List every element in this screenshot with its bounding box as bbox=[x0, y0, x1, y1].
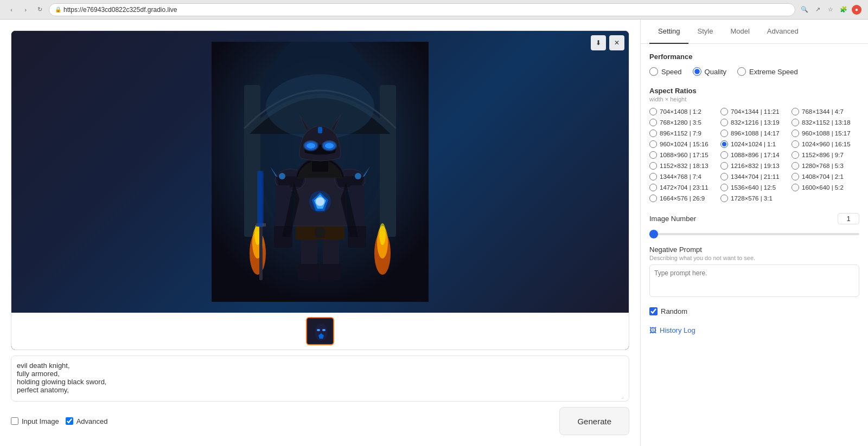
aspect-radio-0[interactable] bbox=[649, 108, 657, 115]
puzzle-icon[interactable]: 🧩 bbox=[839, 5, 848, 15]
prompt-textarea[interactable]: evil death knight, fully armored, holdin… bbox=[11, 356, 629, 399]
aspect-label-20: 1408×704 | 2:1 bbox=[802, 173, 844, 180]
aspect-label-7: 896×1088 | 14:17 bbox=[731, 130, 780, 137]
url-bar[interactable]: 🔒 https://e76943cd0822c325df.gradio.live bbox=[49, 3, 795, 16]
image-thumbnail[interactable] bbox=[306, 317, 334, 345]
aspect-option-0[interactable]: 704×1408 | 1:2 bbox=[649, 108, 717, 115]
aspect-option-13[interactable]: 1088×896 | 17:14 bbox=[720, 151, 788, 159]
aspect-radio-3[interactable] bbox=[649, 119, 657, 126]
aspect-radio-1[interactable] bbox=[720, 108, 728, 115]
right-panel: Setting Style Model Advanced Performance… bbox=[640, 20, 868, 446]
speed-option[interactable]: Speed bbox=[649, 67, 682, 76]
extreme-speed-option[interactable]: Extreme Speed bbox=[737, 67, 798, 76]
aspect-radio-9[interactable] bbox=[649, 140, 657, 148]
aspect-radio-15[interactable] bbox=[649, 162, 657, 170]
generate-button[interactable]: Generate bbox=[559, 407, 629, 435]
aspect-option-16[interactable]: 1216×832 | 19:13 bbox=[720, 162, 788, 170]
aspect-radio-16[interactable] bbox=[720, 162, 728, 170]
prompt-area: evil death knight, fully armored, holdin… bbox=[11, 355, 629, 402]
aspect-option-21[interactable]: 1472×704 | 23:11 bbox=[649, 184, 717, 191]
aspect-radio-7[interactable] bbox=[720, 130, 728, 137]
aspect-label-22: 1536×640 | 12:5 bbox=[731, 184, 776, 191]
aspect-radio-23[interactable] bbox=[792, 184, 799, 191]
aspect-option-23[interactable]: 1600×640 | 5:2 bbox=[792, 184, 859, 191]
history-log-link[interactable]: 🖼 History Log bbox=[649, 324, 859, 337]
aspect-option-7[interactable]: 896×1088 | 14:17 bbox=[720, 130, 788, 137]
aspect-radio-10[interactable] bbox=[720, 140, 728, 148]
svg-point-36 bbox=[279, 173, 285, 179]
aspect-option-24[interactable]: 1664×576 | 26:9 bbox=[649, 195, 717, 202]
aspect-radio-24[interactable] bbox=[649, 195, 657, 202]
speed-radio[interactable] bbox=[649, 67, 658, 76]
aspect-option-22[interactable]: 1536×640 | 12:5 bbox=[720, 184, 788, 191]
aspect-radio-19[interactable] bbox=[720, 173, 728, 180]
aspect-radio-5[interactable] bbox=[792, 119, 799, 126]
aspect-radio-18[interactable] bbox=[649, 173, 657, 180]
quality-label: Quality bbox=[705, 68, 726, 76]
thumbnail-row bbox=[11, 313, 629, 350]
aspect-radio-22[interactable] bbox=[720, 184, 728, 191]
aspect-option-25[interactable]: 1728×576 | 3:1 bbox=[720, 195, 788, 202]
tab-model[interactable]: Model bbox=[722, 20, 758, 44]
aspect-option-20[interactable]: 1408×704 | 2:1 bbox=[792, 173, 859, 180]
tab-advanced[interactable]: Advanced bbox=[758, 20, 807, 44]
aspect-radio-2[interactable] bbox=[792, 108, 799, 115]
close-image-button[interactable]: ✕ bbox=[609, 35, 624, 50]
aspect-option-3[interactable]: 768×1280 | 3:5 bbox=[649, 119, 717, 126]
browser-forward[interactable]: › bbox=[21, 5, 30, 15]
aspect-option-6[interactable]: 896×1152 | 7:9 bbox=[649, 130, 717, 137]
quality-radio[interactable] bbox=[693, 67, 701, 76]
star-icon[interactable]: ☆ bbox=[826, 5, 835, 15]
aspect-radio-8[interactable] bbox=[792, 130, 799, 137]
aspect-option-14[interactable]: 1152×896 | 9:7 bbox=[792, 151, 859, 159]
quality-option[interactable]: Quality bbox=[693, 67, 726, 76]
aspect-radio-25[interactable] bbox=[720, 195, 728, 202]
aspect-label-2: 768×1344 | 4:7 bbox=[802, 108, 844, 115]
aspect-radio-12[interactable] bbox=[649, 151, 657, 159]
aspect-radio-6[interactable] bbox=[649, 130, 657, 137]
aspect-radio-4[interactable] bbox=[720, 119, 728, 126]
input-image-checkbox[interactable] bbox=[11, 417, 18, 425]
aspect-label-11: 1024×960 | 16:15 bbox=[802, 141, 851, 147]
aspect-label-3: 768×1280 | 3:5 bbox=[660, 119, 701, 126]
aspect-option-15[interactable]: 1152×832 | 18:13 bbox=[649, 162, 717, 170]
aspect-radio-17[interactable] bbox=[792, 162, 799, 170]
resize-handle[interactable]: ⌟ bbox=[621, 393, 628, 400]
download-button[interactable]: ⬇ bbox=[591, 35, 606, 50]
zoom-icon[interactable]: 🔍 bbox=[800, 5, 809, 15]
negative-prompt-textarea[interactable] bbox=[649, 264, 859, 297]
aspect-option-2[interactable]: 768×1344 | 4:7 bbox=[792, 108, 859, 115]
tab-setting[interactable]: Setting bbox=[649, 20, 688, 44]
aspect-option-17[interactable]: 1280×768 | 5:3 bbox=[792, 162, 859, 170]
browser-bar: ‹ › ↻ 🔒 https://e76943cd0822c325df.gradi… bbox=[0, 0, 868, 20]
share-icon[interactable]: ↗ bbox=[813, 5, 822, 15]
browser-actions: 🔍 ↗ ☆ 🧩 ● bbox=[800, 5, 861, 15]
aspect-label-0: 704×1408 | 1:2 bbox=[660, 108, 701, 115]
aspect-option-8[interactable]: 960×1088 | 15:17 bbox=[792, 130, 859, 137]
aspect-option-9[interactable]: 960×1024 | 15:16 bbox=[649, 140, 717, 148]
aspect-option-19[interactable]: 1344×704 | 21:11 bbox=[720, 173, 788, 180]
tab-style[interactable]: Style bbox=[688, 20, 722, 44]
aspect-radio-20[interactable] bbox=[792, 173, 799, 180]
aspect-radio-13[interactable] bbox=[720, 151, 728, 159]
aspect-option-12[interactable]: 1088×960 | 17:15 bbox=[649, 151, 717, 159]
random-checkbox[interactable] bbox=[649, 307, 658, 315]
svg-rect-35 bbox=[318, 127, 322, 133]
extreme-speed-radio[interactable] bbox=[737, 67, 746, 76]
browser-refresh[interactable]: ↻ bbox=[35, 5, 44, 15]
aspect-radio-11[interactable] bbox=[792, 140, 799, 148]
aspect-radio-14[interactable] bbox=[792, 151, 799, 159]
image-number-slider[interactable] bbox=[649, 233, 859, 235]
aspect-option-18[interactable]: 1344×768 | 7:4 bbox=[649, 173, 717, 180]
close-icon[interactable]: ● bbox=[852, 5, 861, 15]
svg-rect-13 bbox=[298, 264, 319, 280]
advanced-checkbox[interactable] bbox=[66, 417, 73, 425]
aspect-option-10[interactable]: 1024×1024 | 1:1 bbox=[720, 140, 788, 148]
aspect-label-21: 1472×704 | 23:11 bbox=[660, 184, 709, 191]
browser-back[interactable]: ‹ bbox=[7, 5, 16, 15]
aspect-option-5[interactable]: 832×1152 | 13:18 bbox=[792, 119, 859, 126]
aspect-option-4[interactable]: 832×1216 | 13:19 bbox=[720, 119, 788, 126]
aspect-radio-21[interactable] bbox=[649, 184, 657, 191]
aspect-option-11[interactable]: 1024×960 | 16:15 bbox=[792, 140, 859, 148]
aspect-option-1[interactable]: 704×1344 | 11:21 bbox=[720, 108, 788, 115]
